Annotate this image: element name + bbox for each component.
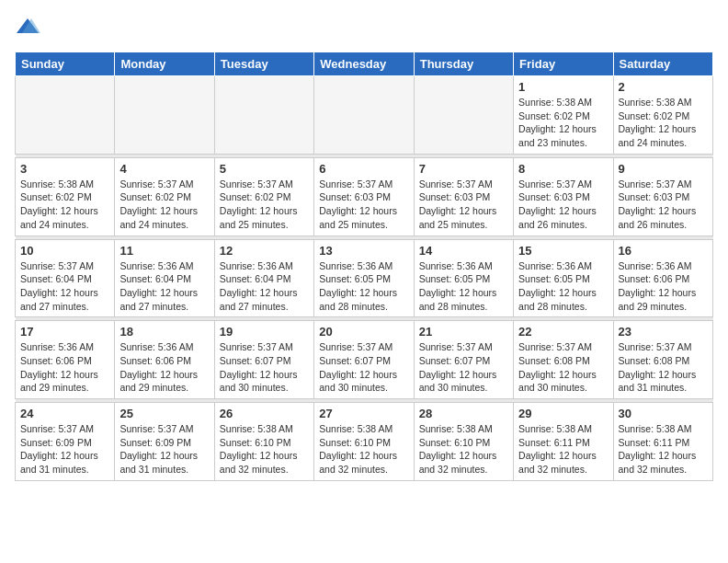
calendar-cell: 28Sunrise: 5:38 AMSunset: 6:10 PMDayligh… bbox=[414, 403, 513, 481]
day-info: Sunrise: 5:37 AMSunset: 6:07 PMDaylight:… bbox=[220, 340, 309, 395]
calendar-cell: 13Sunrise: 5:36 AMSunset: 6:05 PMDayligh… bbox=[314, 239, 414, 317]
day-number: 17 bbox=[20, 325, 109, 339]
calendar-cell: 19Sunrise: 5:37 AMSunset: 6:07 PMDayligh… bbox=[214, 321, 313, 399]
page-header bbox=[15, 15, 713, 40]
calendar-cell: 16Sunrise: 5:36 AMSunset: 6:06 PMDayligh… bbox=[613, 239, 712, 317]
calendar-cell bbox=[314, 76, 414, 155]
day-number: 30 bbox=[619, 407, 708, 420]
day-number: 26 bbox=[220, 407, 309, 420]
calendar-cell: 25Sunrise: 5:37 AMSunset: 6:09 PMDayligh… bbox=[115, 403, 214, 481]
day-number: 12 bbox=[220, 244, 309, 258]
weekday-header: Wednesday bbox=[314, 52, 414, 76]
day-info: Sunrise: 5:37 AMSunset: 6:03 PMDaylight:… bbox=[619, 178, 708, 232]
day-info: Sunrise: 5:36 AMSunset: 6:06 PMDaylight:… bbox=[119, 340, 209, 395]
day-info: Sunrise: 5:37 AMSunset: 6:02 PMDaylight:… bbox=[119, 178, 209, 232]
day-number: 1 bbox=[518, 80, 608, 94]
day-number: 8 bbox=[518, 162, 608, 176]
calendar-cell: 12Sunrise: 5:36 AMSunset: 6:04 PMDayligh… bbox=[214, 239, 313, 317]
day-number: 21 bbox=[419, 325, 508, 339]
calendar-cell: 23Sunrise: 5:37 AMSunset: 6:08 PMDayligh… bbox=[613, 321, 712, 399]
day-info: Sunrise: 5:36 AMSunset: 6:06 PMDaylight:… bbox=[20, 340, 109, 395]
calendar-cell: 30Sunrise: 5:38 AMSunset: 6:11 PMDayligh… bbox=[613, 403, 712, 481]
day-info: Sunrise: 5:36 AMSunset: 6:04 PMDaylight:… bbox=[220, 259, 309, 314]
logo-icon bbox=[15, 15, 40, 40]
day-number: 24 bbox=[20, 407, 109, 420]
day-info: Sunrise: 5:38 AMSunset: 6:10 PMDaylight:… bbox=[419, 422, 508, 477]
day-info: Sunrise: 5:36 AMSunset: 6:05 PMDaylight:… bbox=[319, 259, 408, 314]
calendar-cell: 27Sunrise: 5:38 AMSunset: 6:10 PMDayligh… bbox=[314, 403, 414, 481]
day-number: 4 bbox=[119, 162, 209, 176]
day-info: Sunrise: 5:37 AMSunset: 6:09 PMDaylight:… bbox=[119, 422, 209, 477]
weekday-header: Friday bbox=[514, 52, 613, 76]
calendar-cell: 29Sunrise: 5:38 AMSunset: 6:11 PMDayligh… bbox=[514, 403, 613, 481]
calendar-cell: 4Sunrise: 5:37 AMSunset: 6:02 PMDaylight… bbox=[115, 157, 214, 236]
weekday-header: Saturday bbox=[613, 52, 712, 76]
calendar-cell bbox=[16, 76, 115, 155]
calendar-cell: 3Sunrise: 5:38 AMSunset: 6:02 PMDaylight… bbox=[16, 157, 115, 236]
day-number: 16 bbox=[619, 244, 708, 258]
calendar-cell: 6Sunrise: 5:37 AMSunset: 6:03 PMDaylight… bbox=[314, 157, 414, 236]
day-number: 2 bbox=[619, 80, 708, 94]
day-info: Sunrise: 5:38 AMSunset: 6:10 PMDaylight:… bbox=[319, 422, 408, 477]
day-number: 7 bbox=[419, 162, 508, 176]
day-info: Sunrise: 5:36 AMSunset: 6:06 PMDaylight:… bbox=[619, 259, 708, 314]
calendar-week-row: 24Sunrise: 5:37 AMSunset: 6:09 PMDayligh… bbox=[16, 403, 713, 481]
day-number: 22 bbox=[518, 325, 608, 339]
day-number: 6 bbox=[319, 162, 408, 176]
day-info: Sunrise: 5:37 AMSunset: 6:07 PMDaylight:… bbox=[419, 340, 508, 395]
calendar-cell: 14Sunrise: 5:36 AMSunset: 6:05 PMDayligh… bbox=[414, 239, 513, 317]
calendar-cell: 11Sunrise: 5:36 AMSunset: 6:04 PMDayligh… bbox=[115, 239, 214, 317]
day-number: 19 bbox=[220, 325, 309, 339]
calendar-table: SundayMondayTuesdayWednesdayThursdayFrid… bbox=[15, 52, 713, 481]
weekday-header: Thursday bbox=[414, 52, 513, 76]
weekday-header: Tuesday bbox=[214, 52, 313, 76]
day-info: Sunrise: 5:37 AMSunset: 6:09 PMDaylight:… bbox=[20, 422, 109, 477]
calendar-cell: 17Sunrise: 5:36 AMSunset: 6:06 PMDayligh… bbox=[16, 321, 115, 399]
day-info: Sunrise: 5:37 AMSunset: 6:08 PMDaylight:… bbox=[518, 340, 608, 395]
calendar-week-row: 3Sunrise: 5:38 AMSunset: 6:02 PMDaylight… bbox=[16, 157, 713, 236]
day-number: 28 bbox=[419, 407, 508, 420]
calendar-week-row: 17Sunrise: 5:36 AMSunset: 6:06 PMDayligh… bbox=[16, 321, 713, 399]
calendar-week-row: 10Sunrise: 5:37 AMSunset: 6:04 PMDayligh… bbox=[16, 239, 713, 317]
day-info: Sunrise: 5:37 AMSunset: 6:07 PMDaylight:… bbox=[319, 340, 408, 395]
calendar-cell: 20Sunrise: 5:37 AMSunset: 6:07 PMDayligh… bbox=[314, 321, 414, 399]
day-info: Sunrise: 5:38 AMSunset: 6:02 PMDaylight:… bbox=[619, 96, 708, 150]
calendar-cell: 2Sunrise: 5:38 AMSunset: 6:02 PMDaylight… bbox=[613, 76, 712, 155]
calendar-cell: 22Sunrise: 5:37 AMSunset: 6:08 PMDayligh… bbox=[514, 321, 613, 399]
day-number: 14 bbox=[419, 244, 508, 258]
day-number: 20 bbox=[319, 325, 408, 339]
calendar-cell bbox=[115, 76, 214, 155]
calendar-cell: 8Sunrise: 5:37 AMSunset: 6:03 PMDaylight… bbox=[514, 157, 613, 236]
day-info: Sunrise: 5:37 AMSunset: 6:04 PMDaylight:… bbox=[20, 259, 109, 314]
calendar-cell: 10Sunrise: 5:37 AMSunset: 6:04 PMDayligh… bbox=[16, 239, 115, 317]
day-number: 25 bbox=[119, 407, 209, 420]
day-info: Sunrise: 5:38 AMSunset: 6:11 PMDaylight:… bbox=[619, 422, 708, 477]
weekday-header-row: SundayMondayTuesdayWednesdayThursdayFrid… bbox=[16, 52, 713, 76]
day-number: 13 bbox=[319, 244, 408, 258]
calendar-cell: 5Sunrise: 5:37 AMSunset: 6:02 PMDaylight… bbox=[214, 157, 313, 236]
day-number: 3 bbox=[20, 162, 109, 176]
day-info: Sunrise: 5:38 AMSunset: 6:10 PMDaylight:… bbox=[220, 422, 309, 477]
calendar-cell: 9Sunrise: 5:37 AMSunset: 6:03 PMDaylight… bbox=[613, 157, 712, 236]
calendar-cell: 7Sunrise: 5:37 AMSunset: 6:03 PMDaylight… bbox=[414, 157, 513, 236]
calendar-cell: 26Sunrise: 5:38 AMSunset: 6:10 PMDayligh… bbox=[214, 403, 313, 481]
calendar-cell: 1Sunrise: 5:38 AMSunset: 6:02 PMDaylight… bbox=[514, 76, 613, 155]
day-info: Sunrise: 5:36 AMSunset: 6:05 PMDaylight:… bbox=[419, 259, 508, 314]
day-number: 9 bbox=[619, 162, 708, 176]
day-number: 18 bbox=[119, 325, 209, 339]
day-info: Sunrise: 5:37 AMSunset: 6:03 PMDaylight:… bbox=[419, 178, 508, 232]
day-info: Sunrise: 5:38 AMSunset: 6:11 PMDaylight:… bbox=[518, 422, 608, 477]
day-info: Sunrise: 5:37 AMSunset: 6:03 PMDaylight:… bbox=[319, 178, 408, 232]
day-number: 11 bbox=[119, 244, 209, 258]
day-info: Sunrise: 5:37 AMSunset: 6:02 PMDaylight:… bbox=[220, 178, 309, 232]
calendar-week-row: 1Sunrise: 5:38 AMSunset: 6:02 PMDaylight… bbox=[16, 76, 713, 155]
calendar-cell bbox=[214, 76, 313, 155]
calendar-cell: 21Sunrise: 5:37 AMSunset: 6:07 PMDayligh… bbox=[414, 321, 513, 399]
day-info: Sunrise: 5:38 AMSunset: 6:02 PMDaylight:… bbox=[20, 178, 109, 232]
day-number: 27 bbox=[319, 407, 408, 420]
calendar-cell: 24Sunrise: 5:37 AMSunset: 6:09 PMDayligh… bbox=[16, 403, 115, 481]
day-number: 29 bbox=[518, 407, 608, 420]
day-info: Sunrise: 5:38 AMSunset: 6:02 PMDaylight:… bbox=[518, 96, 608, 150]
day-number: 10 bbox=[20, 244, 109, 258]
calendar-cell: 15Sunrise: 5:36 AMSunset: 6:05 PMDayligh… bbox=[514, 239, 613, 317]
